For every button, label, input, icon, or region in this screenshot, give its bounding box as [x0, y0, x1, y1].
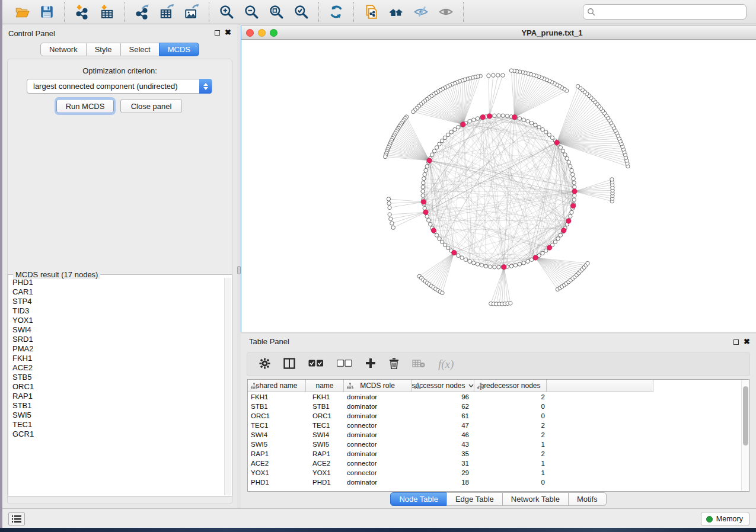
- open-file-icon[interactable]: [9, 2, 34, 22]
- tab-network[interactable]: Network: [40, 43, 87, 56]
- table-row[interactable]: FKH1FKH1dominator962: [248, 392, 741, 402]
- table-row[interactable]: YOX1YOX1connector291: [248, 468, 741, 477]
- delete-row-icon[interactable]: [389, 358, 399, 371]
- float-window-icon[interactable]: [215, 30, 220, 36]
- cell: FKH1: [248, 392, 306, 402]
- search-icon: [587, 8, 595, 18]
- criterion-dropdown[interactable]: largest connected component (undirected): [27, 79, 212, 94]
- mcds-result-item[interactable]: SRD1: [9, 335, 224, 344]
- export-table-icon[interactable]: [154, 2, 179, 22]
- desktop-edge-bottom: [0, 528, 756, 532]
- export-image-icon[interactable]: [179, 2, 204, 22]
- mcds-result-item[interactable]: TID3: [9, 306, 224, 316]
- mcds-result-item[interactable]: SWI4: [9, 325, 224, 335]
- table-scrollbar-thumb[interactable]: [743, 386, 748, 446]
- delete-table-icon: [412, 359, 425, 370]
- table-options-gear-icon[interactable]: [259, 358, 270, 371]
- hide-graphics-details-icon[interactable]: [409, 2, 433, 22]
- search-input[interactable]: [583, 4, 747, 20]
- cell: connector: [344, 468, 412, 477]
- show-columns-icon[interactable]: [283, 358, 295, 371]
- mcds-result-item[interactable]: RAP1: [9, 392, 224, 401]
- float-window-icon[interactable]: [733, 339, 739, 345]
- mcds-list-scrollbar[interactable]: [224, 278, 231, 495]
- column-header-shared-name[interactable]: shared name: [248, 380, 306, 392]
- zoom-out-icon[interactable]: [239, 2, 264, 22]
- mcds-result-item[interactable]: TEC1: [9, 420, 224, 430]
- mcds-result-item[interactable]: CAR1: [9, 287, 224, 297]
- tab-node-table[interactable]: Node Table: [390, 492, 447, 506]
- column-header-name[interactable]: name: [306, 380, 344, 392]
- table-row[interactable]: TEC1TEC1connector472: [248, 421, 741, 430]
- maximize-window-icon[interactable]: [270, 29, 277, 37]
- memory-label: Memory: [716, 515, 743, 523]
- mcds-result-item[interactable]: PMA2: [9, 344, 224, 354]
- tab-motifs[interactable]: Motifs: [568, 492, 607, 506]
- mcds-result-item[interactable]: FKH1: [9, 354, 224, 363]
- close-panel-icon[interactable]: ✖: [225, 30, 231, 36]
- zoom-selected-icon[interactable]: [289, 2, 314, 22]
- tab-mcds[interactable]: MCDS: [159, 43, 199, 56]
- refresh-view-icon[interactable]: [324, 2, 349, 22]
- unselect-all-checkboxes-icon[interactable]: [337, 359, 352, 370]
- graph-nodes[interactable]: [384, 69, 630, 306]
- column-header-MCDS-role[interactable]: MCDS role: [344, 380, 412, 392]
- table-row[interactable]: SWI4SWI4dominator462: [248, 430, 741, 440]
- task-history-button[interactable]: [8, 512, 25, 525]
- network-titlebar[interactable]: YPA_prune.txt_1: [241, 26, 756, 40]
- first-neighbors-icon[interactable]: [384, 2, 409, 22]
- close-panel-button[interactable]: Close panel: [120, 99, 182, 113]
- column-header-successor-nodes[interactable]: successor nodes: [412, 380, 474, 392]
- select-all-checkboxes-icon[interactable]: [308, 359, 324, 370]
- zoom-in-icon[interactable]: [214, 2, 239, 22]
- cell: SWI5: [248, 440, 306, 449]
- table-row[interactable]: PHD1PHD1dominator180: [248, 477, 741, 487]
- mcds-result-item[interactable]: PHD1: [9, 278, 224, 287]
- table-tabbar: Node TableEdge TableNetwork TableMotifs: [390, 492, 606, 506]
- cell: 47: [412, 421, 474, 430]
- add-row-icon[interactable]: [365, 358, 376, 371]
- cell: PHD1: [306, 477, 344, 487]
- table-row[interactable]: SWI5SWI5connector431: [248, 440, 741, 449]
- cell: 0: [474, 477, 547, 487]
- memory-button[interactable]: Memory: [701, 512, 749, 526]
- mcds-result-item[interactable]: STB5: [9, 373, 224, 382]
- cell: YOX1: [248, 468, 306, 477]
- minimize-window-icon[interactable]: [258, 29, 266, 37]
- cell: ORC1: [306, 411, 344, 421]
- export-network-icon[interactable]: [129, 2, 154, 22]
- table-row[interactable]: RAP1RAP1dominator352: [248, 449, 741, 459]
- tab-style[interactable]: Style: [86, 43, 121, 56]
- network-canvas[interactable]: [241, 40, 756, 332]
- column-header-predecessor-nodes[interactable]: predecessor nodes: [474, 380, 547, 392]
- cell: RAP1: [306, 449, 344, 459]
- zoom-fit-icon[interactable]: [264, 2, 289, 22]
- show-graphics-details-icon[interactable]: [433, 2, 458, 22]
- mcds-result-item[interactable]: GCR1: [9, 430, 224, 439]
- tab-select[interactable]: Select: [120, 43, 160, 56]
- mcds-result-item[interactable]: STB1: [9, 401, 224, 411]
- save-session-icon[interactable]: [34, 2, 59, 22]
- tab-network-table[interactable]: Network Table: [502, 492, 569, 506]
- control-panel-tabbar: NetworkStyleSelectMCDS: [40, 43, 199, 56]
- table-row[interactable]: ACE2ACE2connector311: [248, 459, 741, 468]
- table-header-row: shared namenameMCDS rolesuccessor nodesp…: [248, 380, 653, 392]
- mcds-result-item[interactable]: ORC1: [9, 382, 224, 392]
- mcds-result-item[interactable]: SWI5: [9, 411, 224, 420]
- import-table-icon[interactable]: [94, 2, 119, 22]
- mcds-result-item[interactable]: YOX1: [9, 316, 224, 325]
- run-mcds-button[interactable]: Run MCDS: [56, 99, 114, 113]
- duplicate-network-icon[interactable]: [359, 2, 384, 22]
- dropdown-stepper-icon[interactable]: [199, 79, 212, 94]
- cell: FKH1: [306, 392, 344, 402]
- mcds-result-item[interactable]: STP4: [9, 297, 224, 306]
- table-scrollbar[interactable]: [741, 380, 749, 491]
- tab-edge-table[interactable]: Edge Table: [446, 492, 503, 506]
- cell: 0: [474, 411, 547, 421]
- import-network-icon[interactable]: [69, 2, 94, 22]
- table-row[interactable]: STB1STB1dominator620: [248, 402, 741, 411]
- close-window-icon[interactable]: [246, 29, 254, 37]
- table-row[interactable]: ORC1ORC1dominator610: [248, 411, 741, 421]
- mcds-result-item[interactable]: ACE2: [9, 363, 224, 373]
- close-panel-icon[interactable]: ✖: [744, 339, 750, 345]
